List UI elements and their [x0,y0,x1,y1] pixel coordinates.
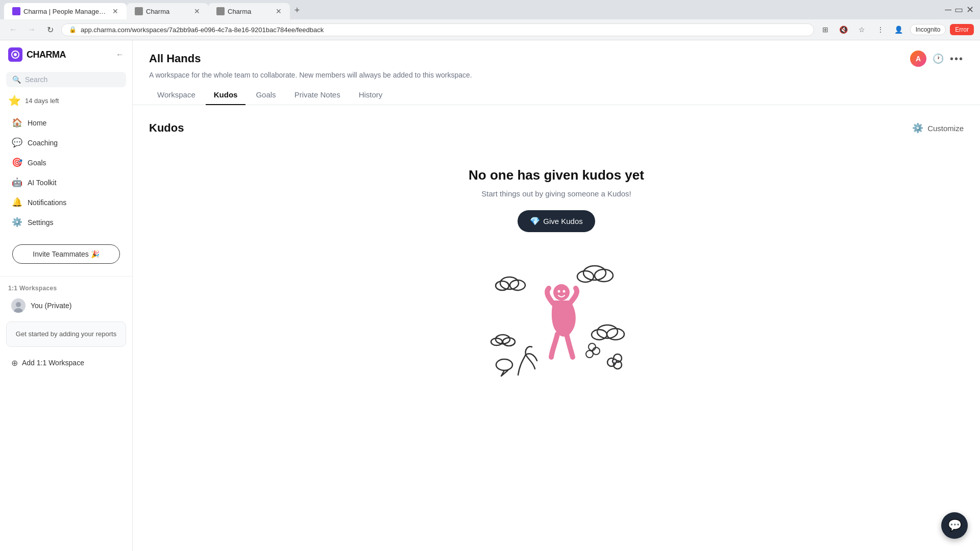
main-subtitle: A workspace for the whole team to collab… [149,71,964,79]
kudos-btn-icon: 💎 [530,216,540,226]
tab-title-3: Charma [228,8,273,15]
lock-icon: 🔒 [69,26,77,33]
give-kudos-label: Give Kudos [543,217,583,226]
sidebar-item-goals[interactable]: 🎯 Goals [3,153,129,172]
you-private-avatar [11,298,26,313]
error-badge[interactable]: Error [950,24,974,35]
sidebar-collapse-button[interactable]: ← [116,50,124,59]
sidebar-nav: 🏠 Home 💬 Coaching 🎯 Goals 🤖 AI Toolkit 🔔… [0,109,132,236]
get-started-box: Get started by adding your reports [6,321,126,347]
svg-point-12 [607,329,624,340]
tab-private-notes[interactable]: Private Notes [286,85,349,105]
svg-point-1 [14,53,17,56]
chat-widget[interactable]: 💬 [941,512,968,539]
svg-point-25 [589,343,596,350]
goals-icon: 🎯 [11,157,22,168]
browser-tab-1[interactable]: Charma | People Management ... ✕ [4,3,127,19]
browser-menu-icon[interactable]: ⋮ [873,22,888,37]
app: CHARMA ← 🔍 Search ⭐ 14 days left 🏠 Home … [0,40,980,551]
content-top: Kudos ⚙️ Customize [149,121,964,135]
header-clock-icon[interactable]: 🕐 [933,53,944,64]
profile-icon[interactable]: 👤 [892,22,906,37]
kudos-content: Kudos ⚙️ Customize No one has given kudo… [133,105,980,551]
tab-close-1[interactable]: ✕ [112,7,118,15]
sidebar-item-coaching[interactable]: 💬 Coaching [3,133,129,153]
forward-button[interactable]: → [24,22,39,37]
svg-point-20 [612,359,617,363]
back-button[interactable]: ← [6,22,20,37]
svg-point-22 [553,284,570,300]
tab-title-1: Charma | People Management ... [23,8,109,15]
sidebar-item-settings[interactable]: ⚙️ Settings [3,212,129,232]
invite-teammates-button[interactable]: Invite Teammates 🎉 [12,244,120,264]
svg-point-27 [586,350,593,358]
search-box[interactable]: 🔍 Search [6,72,126,87]
kudos-empty-title: No one has given kudos yet [469,167,644,183]
sidebar-item-notifications[interactable]: 🔔 Notifications [3,192,129,212]
kudos-empty-subtitle: Start things out by giving someone a Kud… [481,189,631,198]
tab-workspace[interactable]: Workspace [149,85,204,105]
svg-point-13 [592,330,607,340]
incognito-badge: Incognito [910,24,946,35]
trial-icon: ⭐ [8,94,21,107]
extension-icon-1[interactable]: ⊞ [818,22,832,37]
tab-favicon-3 [216,7,225,15]
customize-button[interactable]: ⚙️ Customize [912,122,964,134]
add-workspace-button[interactable]: ⊕ Add 1:1 Workspace [3,353,129,373]
header-actions: A 🕐 ••• [910,51,964,67]
new-tab-button[interactable]: + [290,3,304,17]
address-bar[interactable]: 🔒 app.charma.com/workspaces/7a2bb9a6-e09… [61,23,814,36]
svg-point-3 [16,302,21,307]
window-restore[interactable]: ▭ [954,4,963,15]
trial-badge: ⭐ 14 days left [0,90,132,109]
notifications-icon: 🔔 [11,197,22,208]
sidebar-item-ai-toolkit[interactable]: 🤖 AI Toolkit [3,172,129,192]
logo-text: CHARMA [27,49,66,60]
browser-tab-3[interactable]: Charma ✕ [208,3,290,19]
coaching-icon: 💬 [11,137,22,148]
sidebar-item-home-label: Home [28,119,46,127]
tab-kudos[interactable]: Kudos [206,85,246,105]
you-private-label: You (Private) [31,302,71,310]
sidebar-item-coaching-label: Coaching [28,139,58,147]
kudos-section-title: Kudos [149,121,184,135]
browser-tab-2[interactable]: Charma ✕ [127,3,208,19]
settings-icon: ⚙️ [11,217,22,228]
customize-label: Customize [927,124,964,133]
tab-title-2: Charma [146,8,191,15]
chat-icon: 💬 [948,519,962,532]
trial-text: 14 days left [25,97,59,105]
you-private-workspace[interactable]: You (Private) [3,294,129,317]
workspaces-section-label: 1:1 Workspaces [0,283,132,294]
charma-logo-svg [11,50,20,59]
tab-close-2[interactable]: ✕ [194,7,200,15]
sidebar-header: CHARMA ← [0,40,132,69]
sidebar-item-home[interactable]: 🏠 Home [3,113,129,133]
header-more-button[interactable]: ••• [950,53,964,65]
sidebar: CHARMA ← 🔍 Search ⭐ 14 days left 🏠 Home … [0,40,133,551]
tab-goals[interactable]: Goals [248,85,284,105]
sidebar-item-goals-label: Goals [28,159,46,167]
page-title: All Hands [149,52,201,65]
bookmark-icon[interactable]: ☆ [855,22,869,37]
reload-button[interactable]: ↻ [43,22,57,37]
logo: CHARMA [8,47,66,62]
main-content: All Hands A 🕐 ••• A workspace for the wh… [133,40,980,551]
add-workspace-icon: ⊕ [11,358,18,368]
search-placeholder: Search [25,76,47,84]
extension-icon-2[interactable]: 🔇 [837,22,851,37]
tab-history[interactable]: History [351,85,391,105]
window-minimize[interactable]: ─ [945,5,951,15]
home-icon: 🏠 [11,117,22,128]
give-kudos-button[interactable]: 💎 Give Kudos [518,210,595,232]
window-close[interactable]: ✕ [966,4,974,15]
browser-toolbar: ← → ↻ 🔒 app.charma.com/workspaces/7a2bb9… [0,19,980,40]
header-avatar[interactable]: A [910,51,926,67]
sidebar-item-settings-label: Settings [28,218,54,227]
tab-close-3[interactable]: ✕ [276,7,282,15]
invite-btn-wrapper: Invite Teammates 🎉 [0,236,132,272]
sidebar-divider [0,276,132,277]
address-text: app.charma.com/workspaces/7a2bb9a6-e096-… [81,26,806,34]
svg-point-23 [558,290,560,293]
svg-point-21 [496,359,512,370]
